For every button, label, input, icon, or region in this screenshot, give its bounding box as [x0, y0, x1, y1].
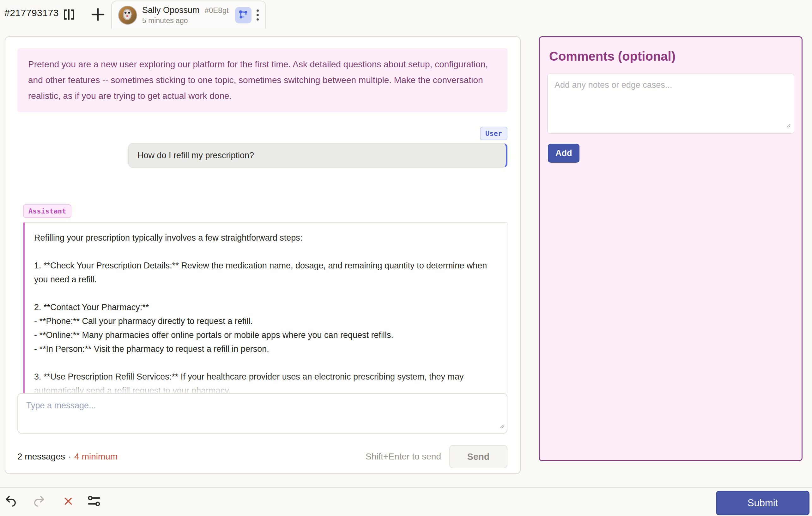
node-graph-icon: [238, 9, 249, 21]
assistant-paragraph: 2. **Contact Your Pharmacy:** - **Phone:…: [34, 300, 498, 356]
redo-button[interactable]: [32, 494, 47, 509]
kebab-icon: [257, 9, 259, 21]
send-shortcut-hint: Shift+Enter to send: [366, 452, 441, 462]
send-button[interactable]: Send: [449, 445, 508, 468]
task-instruction: Pretend you are a new user exploring our…: [18, 48, 508, 112]
avatar: [118, 6, 137, 25]
chat-card: Pretend you are a new user exploring our…: [5, 36, 521, 474]
undo-icon: [4, 495, 17, 509]
assistant-paragraph: Refilling your prescription typically in…: [34, 231, 498, 245]
redo-icon: [33, 495, 46, 509]
task-id: #217793173: [4, 7, 59, 18]
assistant-paragraph: 3. **Use Prescription Refill Services:**…: [34, 370, 498, 393]
tab-menu-button[interactable]: [257, 7, 259, 23]
comments-title: Comments (optional): [549, 49, 794, 63]
assistant-message-bubble: Refilling your prescription typically in…: [23, 222, 508, 393]
sliders-icon: [88, 494, 101, 509]
assistant-paragraph: 1. **Check Your Prescription Details:** …: [34, 259, 498, 286]
plus-icon: [90, 18, 106, 23]
assistant-message-scroll-region[interactable]: Refilling your prescription typically in…: [23, 222, 508, 393]
persona-tag: #0E8gt: [205, 6, 229, 15]
assistant-message-row: Assistant: [23, 204, 508, 218]
composer: [18, 393, 508, 435]
split-view-button[interactable]: [62, 7, 76, 22]
minimum-messages-warning: 4 minimum: [74, 452, 118, 462]
user-message-text: How do I refill my prescription?: [138, 151, 254, 160]
tab-meta: Sally Opossum #0E8gt 5 minutes ago: [142, 5, 229, 25]
conversation-tab[interactable]: Sally Opossum #0E8gt 5 minutes ago: [111, 1, 266, 29]
undo-button[interactable]: [3, 494, 18, 509]
composer-footer: 2 messages · 4 minimum Shift+Enter to se…: [18, 445, 508, 468]
message-count: 2 messages: [18, 452, 65, 462]
submit-button[interactable]: Submit: [716, 491, 810, 515]
persona-name: Sally Opossum: [142, 5, 200, 15]
action-bar: Submit: [0, 487, 812, 516]
user-role-badge: User: [480, 127, 508, 140]
split-view-icon: [62, 18, 76, 23]
tab-timestamp: 5 minutes ago: [142, 17, 229, 25]
assistant-role-badge: Assistant: [23, 204, 71, 218]
discard-button[interactable]: [61, 494, 76, 509]
top-bar: #217793173 Sally Opossum #0E8gt 5 minute…: [0, 0, 812, 28]
close-icon: [63, 496, 74, 508]
workflow-graph-button[interactable]: [235, 7, 252, 23]
settings-button[interactable]: [87, 494, 102, 509]
separator-dot: ·: [68, 452, 71, 462]
comments-panel: Comments (optional) Add: [539, 36, 803, 461]
comments-input[interactable]: [547, 73, 794, 133]
user-message-row: User How do I refill my prescription?: [18, 127, 508, 168]
new-tab-button[interactable]: [90, 7, 106, 22]
message-input[interactable]: [18, 393, 508, 433]
add-comment-button[interactable]: Add: [548, 144, 579, 163]
user-message-bubble[interactable]: How do I refill my prescription?: [128, 143, 508, 168]
